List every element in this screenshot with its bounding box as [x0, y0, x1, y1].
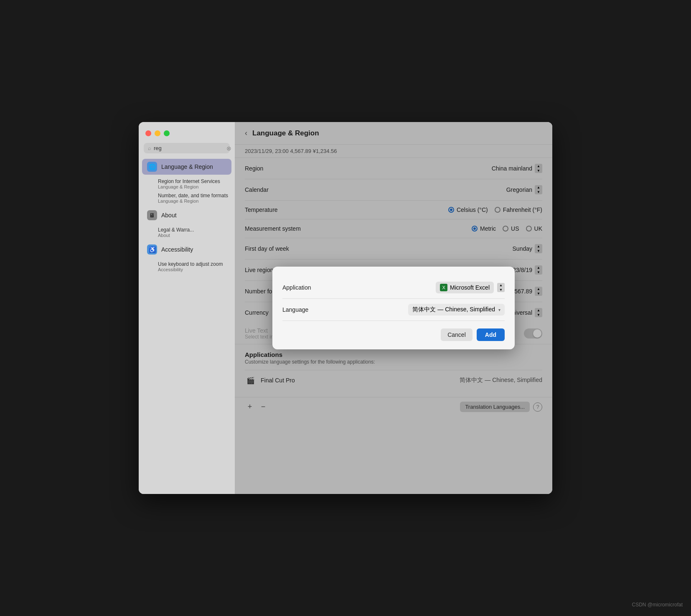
modal-language-row: Language 简体中文 — Chinese, Simplified ▾ — [282, 299, 505, 321]
minimize-button[interactable] — [155, 130, 160, 136]
application-select-button[interactable]: X Microsoft Excel — [436, 282, 494, 293]
sidebar-sub-item-region[interactable]: Region for Internet Services Language & … — [139, 177, 235, 191]
sidebar-sub-items-accessibility: Use keyboard to adjust zoom Accessibilit… — [139, 258, 235, 275]
sidebar-item-label: Language & Region — [161, 163, 213, 170]
cancel-button[interactable]: Cancel — [441, 328, 473, 341]
sub-item-subtitle: Language & Region — [158, 184, 230, 189]
modal-language-label: Language — [282, 306, 308, 313]
excel-icon: X — [440, 284, 447, 291]
language-select-button[interactable]: 简体中文 — Chinese, Simplified ▾ — [408, 304, 505, 316]
sub-item-title: Number, date, and time formats — [158, 193, 230, 199]
accessibility-icon: ♿ — [147, 244, 157, 255]
globe-icon: 🌐 — [147, 162, 157, 172]
modal-buttons: Cancel Add — [282, 328, 505, 341]
sub-item-subtitle: Language & Region — [158, 199, 230, 204]
sidebar-sub-items-about: Legal & Warra... About — [139, 224, 235, 241]
sidebar-sub-item-keyboard-zoom[interactable]: Use keyboard to adjust zoom Accessibilit… — [139, 260, 235, 274]
sidebar-sub-items-language: Region for Internet Services Language & … — [139, 175, 235, 207]
chevron-down-icon: ▾ — [498, 308, 500, 312]
application-stepper-down[interactable]: ▼ — [497, 288, 505, 292]
sub-item-title: Use keyboard to adjust zoom — [158, 261, 230, 267]
sidebar-item-accessibility[interactable]: ♿ Accessibility — [142, 242, 231, 257]
search-box: ⌕ ⊗ — [144, 143, 230, 153]
modal-application-selector: X Microsoft Excel ▲ ▼ — [436, 282, 505, 293]
sub-item-subtitle: Accessibility — [158, 267, 230, 272]
modal-application-row: Application X Microsoft Excel ▲ ▼ — [282, 277, 505, 299]
search-clear-icon[interactable]: ⊗ — [226, 145, 231, 151]
sidebar-sub-item-formats[interactable]: Number, date, and time formats Language … — [139, 191, 235, 205]
watermark: CSDN @micromicrofat — [632, 602, 683, 608]
sidebar-item-about[interactable]: 🖥 About — [142, 207, 231, 223]
modal-dialog: Application X Microsoft Excel ▲ ▼ — [272, 267, 515, 349]
monitor-icon: 🖥 — [147, 210, 157, 220]
sidebar-item-label: Accessibility — [161, 246, 193, 253]
language-value: 简体中文 — Chinese, Simplified — [412, 306, 495, 313]
application-stepper-up[interactable]: ▲ — [497, 283, 505, 288]
sidebar-item-label: About — [161, 212, 177, 219]
sidebar-sub-item-legal[interactable]: Legal & Warra... About — [139, 225, 235, 239]
close-button[interactable] — [145, 130, 151, 136]
main-content: ‹ Language & Region 2023/11/29, 23:00 4,… — [235, 122, 552, 494]
add-button[interactable]: Add — [477, 328, 505, 341]
search-input[interactable] — [154, 145, 224, 151]
sidebar-item-language-region[interactable]: 🌐 Language & Region — [142, 159, 231, 175]
application-stepper[interactable]: ▲ ▼ — [497, 283, 505, 292]
modal-overlay: Application X Microsoft Excel ▲ ▼ — [235, 122, 552, 494]
sidebar: ⌕ ⊗ 🌐 Language & Region Region for Inter… — [139, 122, 235, 494]
sub-item-title: Region for Internet Services — [158, 178, 230, 184]
main-window: ⌕ ⊗ 🌐 Language & Region Region for Inter… — [139, 122, 552, 494]
window-controls — [139, 130, 235, 143]
search-icon: ⌕ — [148, 145, 151, 151]
application-name: Microsoft Excel — [450, 284, 490, 291]
modal-application-label: Application — [282, 284, 311, 291]
sub-item-subtitle: About — [158, 233, 230, 238]
sub-item-title: Legal & Warra... — [158, 227, 230, 233]
maximize-button[interactable] — [164, 130, 170, 136]
